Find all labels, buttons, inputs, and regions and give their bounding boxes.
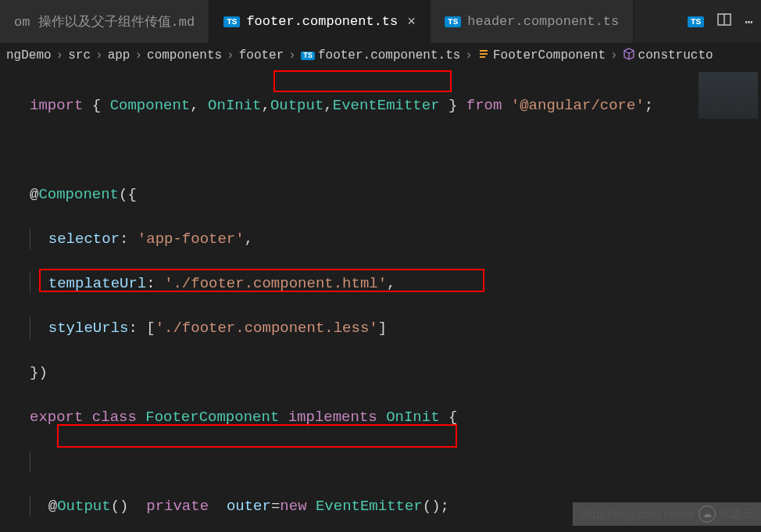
tab-label: footer.component.ts [246,14,398,29]
code-line: templateUrl: './footer.component.html', [30,273,761,295]
ts-icon: TS [301,52,315,60]
breadcrumb-member[interactable]: constructo [638,48,713,62]
chevron-right-icon: › [465,48,473,62]
code-line [30,451,761,473]
breadcrumb-item[interactable]: ngDemo [6,48,52,62]
breadcrumb-item[interactable]: app [108,48,130,62]
tab-footer-component[interactable]: TS footer.component.ts × [209,0,431,43]
chevron-right-icon: › [227,48,234,62]
chevron-right-icon: › [134,48,142,62]
chevron-right-icon: › [610,48,618,62]
code-line: import { Component, OnInit,Output,EventE… [30,95,761,117]
more-icon[interactable]: ⋯ [745,13,753,30]
breadcrumb-item[interactable]: src [68,48,91,62]
tab-bar: om 操作以及父子组件传值.md TS footer.component.ts … [0,0,761,44]
tab-label: om 操作以及父子组件传值.md [14,12,195,30]
breadcrumb-item[interactable]: footer [239,48,284,62]
breadcrumb[interactable]: ngDemo› src› app› components› footer› TS… [0,44,761,67]
code-editor[interactable]: import { Component, OnInit,Output,EventE… [0,67,761,532]
class-icon [477,48,490,64]
ts-icon: TS [445,16,461,27]
chevron-right-icon: › [56,48,64,62]
ts-icon: TS [223,16,240,27]
chevron-right-icon: › [288,48,296,62]
watermark-brand: 亿速云 [720,507,753,521]
code-line: export class FooterComponent implements … [30,406,761,429]
minimap[interactable] [698,72,758,119]
tab-md-file[interactable]: om 操作以及父子组件传值.md [0,0,209,43]
chevron-right-icon: › [95,48,103,62]
breadcrumb-class[interactable]: FooterComponent [493,48,606,62]
close-icon[interactable]: × [407,14,416,30]
cloud-icon: ☁ [698,505,716,523]
tab-actions: TS ⋯ [688,12,761,31]
method-icon [623,48,635,64]
tab-header-component[interactable]: TS header.component.ts [431,0,634,43]
watermark-url: https://blog.csdn.net/aa [581,508,694,520]
split-editor-icon[interactable] [716,12,732,31]
breadcrumb-file[interactable]: footer.component.ts [318,48,460,62]
breadcrumb-item[interactable]: components [147,48,222,62]
watermark: https://blog.csdn.net/aa ☁ 亿速云 [573,502,761,526]
code-line: @Component({ [30,184,761,206]
code-line [30,139,761,162]
language-ts-icon[interactable]: TS [688,16,704,27]
tab-label: header.component.ts [467,14,619,29]
code-line: selector: 'app-footer', [30,228,761,251]
code-line: styleUrls: ['./footer.component.less'] [30,317,761,340]
code-line: }) [30,362,761,384]
